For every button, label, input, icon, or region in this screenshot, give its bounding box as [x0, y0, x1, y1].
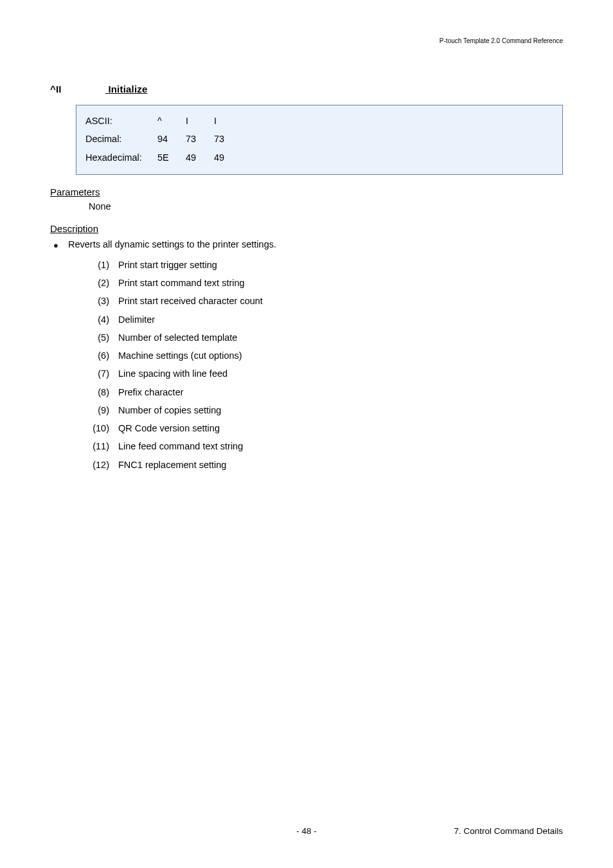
page-number: - 48 -: [296, 826, 317, 836]
encoding-row-ascii: ASCII: ^ I I: [85, 112, 553, 130]
list-item: (10)QR Code version setting: [87, 419, 563, 437]
encoding-label: Decimal:: [85, 130, 157, 148]
list-item: (8)Prefix character: [87, 383, 563, 401]
list-text: Delimiter: [118, 311, 155, 329]
list-text: Number of copies setting: [118, 401, 221, 419]
list-number: (11): [87, 437, 109, 455]
list-number: (6): [87, 347, 109, 365]
description-bullet: ● Reverts all dynamic settings to the pr…: [50, 239, 563, 252]
encoding-value: 73: [214, 130, 242, 148]
parameters-heading: Parameters: [50, 186, 563, 197]
list-text: Machine settings (cut options): [118, 347, 242, 365]
list-number: (12): [87, 456, 109, 474]
encoding-row-decimal: Decimal: 94 73 73: [85, 130, 553, 148]
list-number: (5): [87, 329, 109, 347]
list-number: (8): [87, 383, 109, 401]
page-footer: - 48 - 7. Control Command Details: [0, 826, 613, 836]
list-text: Print start received character count: [118, 292, 263, 310]
list-item: (4)Delimiter: [87, 311, 563, 329]
list-text: Line feed command text string: [118, 437, 243, 455]
encoding-value: 5E: [157, 149, 186, 167]
encoding-value: 94: [157, 130, 186, 148]
footer-section: 7. Control Command Details: [454, 826, 563, 836]
list-text: Prefix character: [118, 383, 184, 401]
section-title: ^II Initialize: [50, 84, 563, 95]
encoding-value: 49: [214, 149, 242, 167]
list-number: (9): [87, 401, 109, 419]
list-item: (5)Number of selected template: [87, 329, 563, 347]
description-bullet-text: Reverts all dynamic settings to the prin…: [68, 239, 276, 249]
encoding-label: ASCII:: [85, 112, 157, 130]
encoding-value: I: [214, 112, 242, 130]
list-item: (7)Line spacing with line feed: [87, 365, 563, 383]
list-text: QR Code version setting: [118, 419, 220, 437]
encoding-box: ASCII: ^ I I Decimal: 94 73 73 Hexadecim…: [76, 105, 563, 175]
encoding-value: ^: [157, 112, 186, 130]
list-number: (3): [87, 292, 109, 310]
parameters-value: None: [89, 201, 563, 212]
command-name: Initialize: [108, 84, 147, 95]
list-number: (7): [87, 365, 109, 383]
list-text: Number of selected template: [118, 329, 237, 347]
list-text: FNC1 replacement setting: [118, 456, 226, 474]
list-item: (3)Print start received character count: [87, 292, 563, 310]
list-item: (2)Print start command text string: [87, 274, 563, 292]
list-item: (12)FNC1 replacement setting: [87, 456, 563, 474]
bullet-icon: ●: [50, 239, 62, 252]
encoding-value: 49: [186, 149, 214, 167]
encoding-value: I: [186, 112, 214, 130]
list-number: (2): [87, 274, 109, 292]
description-heading: Description: [50, 223, 563, 234]
list-number: (4): [87, 311, 109, 329]
header-doc-title: P-touch Template 2.0 Command Reference: [440, 37, 563, 44]
encoding-value: 73: [186, 130, 214, 148]
list-item: (9)Number of copies setting: [87, 401, 563, 419]
command-code: ^II: [50, 84, 105, 95]
list-text: Print start trigger setting: [118, 256, 217, 274]
list-item: (11)Line feed command text string: [87, 437, 563, 455]
encoding-row-hex: Hexadecimal: 5E 49 49: [85, 149, 553, 167]
list-item: (6)Machine settings (cut options): [87, 347, 563, 365]
list-number: (10): [87, 419, 109, 437]
encoding-label: Hexadecimal:: [85, 149, 157, 167]
description-list: (1)Print start trigger setting (2)Print …: [87, 256, 563, 474]
list-text: Line spacing with line feed: [118, 365, 227, 383]
list-text: Print start command text string: [118, 274, 245, 292]
list-number: (1): [87, 256, 109, 274]
list-item: (1)Print start trigger setting: [87, 256, 563, 274]
